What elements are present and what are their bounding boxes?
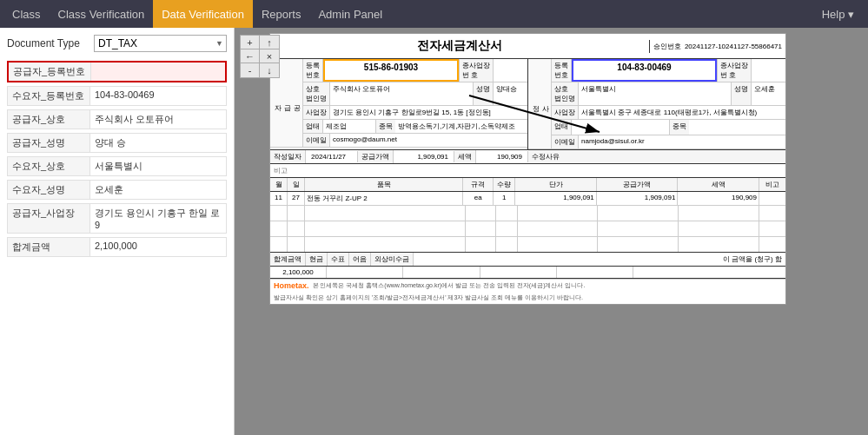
sup-biz-type-label: 종사업장번 호 [459, 59, 493, 82]
receiver-section: 사정 등록번호 104-83-00469 종사업장번 호 상호 [528, 59, 785, 149]
date-label: 작성일자 [270, 150, 306, 163]
item-spec: ea [463, 192, 494, 205]
item-row-empty-3 [270, 237, 785, 253]
zoom-left-btn[interactable]: ← [241, 49, 260, 63]
zoom-minus-btn[interactable]: - [241, 63, 260, 77]
item-tax: 190,909 [678, 192, 759, 205]
item-row-empty-1 [270, 206, 785, 221]
sup-rep-value: 양대승 [493, 82, 527, 105]
main-layout: Document Type DT_TAX ▼ 공급자_등록번호 수요자_등록번호… [0, 28, 868, 435]
rec-addr-label: 사업장 [552, 106, 579, 119]
parties-section: 공급자 등록번호 515-86-01903 종사업장번 호 상 [270, 59, 785, 150]
totals-section: 합계금액 현금 수표 어음 외상미수금 이 금액을 (청구) 함 [270, 253, 785, 267]
item-month: 11 [270, 192, 288, 205]
rec-item-label: 중목 [669, 120, 689, 135]
supplier-reg-input[interactable] [91, 63, 225, 81]
field-value-receiver-reg: 104-83-00469 [90, 87, 226, 105]
rec-biz-placeholder: 업태 [552, 120, 572, 135]
left-panel: Document Type DT_TAX ▼ 공급자_등록번호 수요자_등록번호… [0, 28, 235, 435]
sup-biz-label: 업태 [303, 120, 323, 133]
item-note [759, 192, 785, 205]
field-row-supplier-rep: 공급자_성명 양대 승 [7, 133, 227, 153]
field-value-total: 2,100,000 [90, 238, 226, 256]
zoom-reset-btn[interactable]: × [260, 49, 279, 63]
note-label: 수정사유 [528, 150, 785, 163]
field-row-total: 합계금액 2,100,000 [7, 237, 227, 257]
footer-note-2: 발급자사실 확인은 상기 홈페이지의 '조회/발급>전자세금계산서' 제3자 발… [270, 292, 785, 304]
field-label-receiver-reg: 수요자_등록번호 [8, 87, 90, 105]
sup-reg-label: 등록번호 [303, 59, 323, 82]
rec-name-value: 서울특별시 [579, 82, 731, 105]
tax-value: 190,909 [476, 151, 528, 162]
zoom-plus-btn[interactable]: + [241, 36, 260, 49]
item-day: 27 [288, 192, 305, 205]
sup-addr-value: 경기도 용인시 기흥구 한일로9번길 15, 1동 [정인동] [330, 106, 527, 119]
nav-item-data-verification[interactable]: Data Verification [153, 0, 253, 28]
sup-rep-label: 성명 [473, 82, 493, 105]
rec-rep-value: 오세훈 [751, 82, 785, 105]
doc-type-select-wrapper: DT_TAX ▼ [94, 35, 227, 52]
sup-email-label: 이메일 [303, 134, 330, 147]
nav-item-class-verification[interactable]: Class Verification [50, 0, 154, 28]
rec-name-label: 상호법인명 [552, 82, 579, 105]
tax-label: 세액 [454, 150, 476, 163]
doc-type-row: Document Type DT_TAX ▼ [7, 35, 227, 52]
footer-note-1: Hometax. 본 인세쪽은 국세청 홈택스(www.hometax.go.k… [270, 279, 785, 292]
amounts-section: 작성일자 2024/11/27 공급가액 1,909,091 세액 190,90… [270, 150, 785, 164]
rec-addr-value: 서울특별시 중구 세종대로 110(태평로1가, 서울특별시청) [579, 106, 785, 119]
field-row-supplier-addr: 공급자_사업장 경기도 용인시 기흥구 한일 로 9 [7, 203, 227, 234]
nav-item-admin[interactable]: Admin Panel [309, 0, 391, 28]
field-row-receiver-rep: 수요자_성명 오세훈 [7, 180, 227, 200]
doc-type-select[interactable]: DT_TAX [94, 35, 227, 52]
field-value-supplier-addr: 경기도 용인시 기흥구 한일 로 9 [90, 204, 226, 233]
sup-name-label: 상호법인명 [303, 82, 330, 105]
zoom-up-btn[interactable]: ↑ [260, 36, 279, 49]
total-credit-label: 외상미수금 [371, 253, 414, 266]
field-value-supplier-name: 주식회사 오토퓨어 [90, 110, 226, 129]
field-label-supplier-rep: 공급자_성명 [8, 134, 90, 152]
supply-value: 1,909,091 [394, 151, 454, 162]
nav-item-class[interactable]: Class [3, 0, 50, 28]
nav-item-reports[interactable]: Reports [253, 0, 310, 28]
item-supply: 1,909,091 [597, 192, 679, 205]
rec-reg-value: 104-83-00469 [572, 59, 717, 82]
doc-title: 전자세금계산서 [270, 34, 649, 58]
field-value-receiver-rep: 오세훈 [90, 181, 226, 199]
field-label-supplier-addr: 공급자_사업장 [8, 204, 90, 233]
doc-type-label: Document Type [7, 37, 94, 49]
total-value: 2,100,000 [270, 267, 327, 278]
field-row-supplier-name: 공급자_상호 주식회사 오토퓨어 [7, 109, 227, 129]
item-row-empty-2 [270, 221, 785, 237]
item-qty: 1 [494, 192, 515, 205]
total-check-label: 수표 [328, 253, 349, 266]
rec-reg-label: 등록번호 [552, 59, 572, 82]
approval-label: 승인번호 [653, 42, 681, 51]
field-label-receiver-name: 수요자_상호 [8, 157, 90, 175]
right-panel: + ↑ ← × - ↓ [235, 28, 868, 435]
supply-label: 공급가액 [358, 150, 394, 163]
sup-reg-value: 515-86-01903 [323, 59, 459, 82]
total-note-label: 어음 [349, 253, 371, 266]
total-label: 합계금액 [270, 253, 306, 266]
sup-item-label: 종목 [375, 120, 395, 133]
sup-item-value: 방역용소독기,기계,자판기,소독약제조 [395, 120, 527, 133]
item-row-1: 11 27 전동 거꾸리 Z-UP 2 ea 1 1,909,091 1,909… [270, 192, 785, 206]
rec-email-value: namjoda@sisul.or.kr [579, 135, 785, 148]
field-row-receiver-name: 수요자_상호 서울특별시 [7, 156, 227, 176]
help-menu[interactable]: Help ▾ [812, 8, 865, 21]
sup-addr-label: 사업장 [303, 106, 330, 119]
top-nav: Class Class Verification Data Verificati… [0, 0, 868, 28]
tax-document: 전자세금계산서 승인번호 20241127-10241127-55866471 … [269, 33, 786, 305]
date-value: 2024/11/27 [306, 151, 358, 162]
receiver-section-label: 사정 [528, 59, 552, 148]
remark-row: 비고 [270, 164, 785, 178]
field-value-supplier-rep: 양대 승 [90, 134, 226, 152]
field-label-supplier-reg: 공급자_등록번호 [9, 63, 91, 81]
items-header: 월 일 품목 규격 수량 단가 공급가액 세액 비고 [270, 178, 785, 192]
field-label-receiver-rep: 수요자_성명 [8, 181, 90, 199]
field-label-supplier-name: 공급자_상호 [8, 110, 90, 129]
zoom-down-btn[interactable]: ↓ [260, 63, 279, 77]
total-suffix: 이 금액을 (청구) 함 [414, 253, 785, 266]
field-row-receiver-reg: 수요자_등록번호 104-83-00469 [7, 86, 227, 106]
rec-rep-label: 성명 [731, 82, 751, 105]
